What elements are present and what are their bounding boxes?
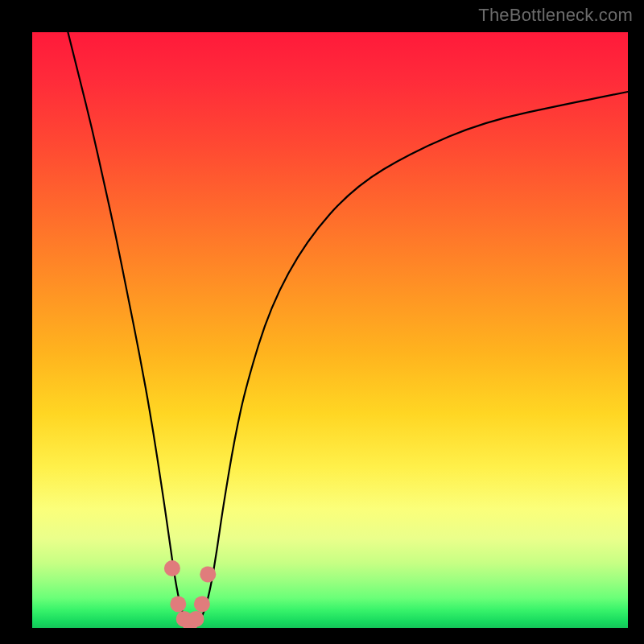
marker-point	[170, 596, 186, 612]
chart-frame: TheBottleneck.com	[0, 0, 644, 644]
marker-point	[200, 566, 216, 582]
marker-point	[194, 596, 210, 612]
marker-point	[188, 611, 204, 627]
watermark-text: TheBottleneck.com	[478, 5, 633, 26]
marker-point	[164, 560, 180, 576]
bottleneck-curve	[32, 32, 628, 628]
curve-path	[68, 32, 628, 624]
plot-area	[32, 32, 628, 628]
